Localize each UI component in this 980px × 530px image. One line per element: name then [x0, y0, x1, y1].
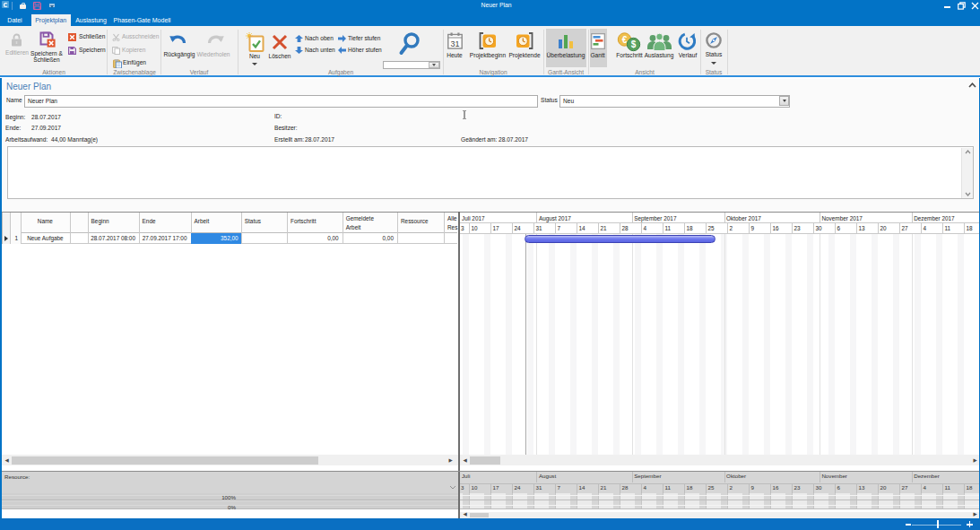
svg-text:€: €: [622, 35, 628, 45]
svg-text:31: 31: [450, 39, 459, 48]
svg-text:$: $: [631, 39, 637, 49]
